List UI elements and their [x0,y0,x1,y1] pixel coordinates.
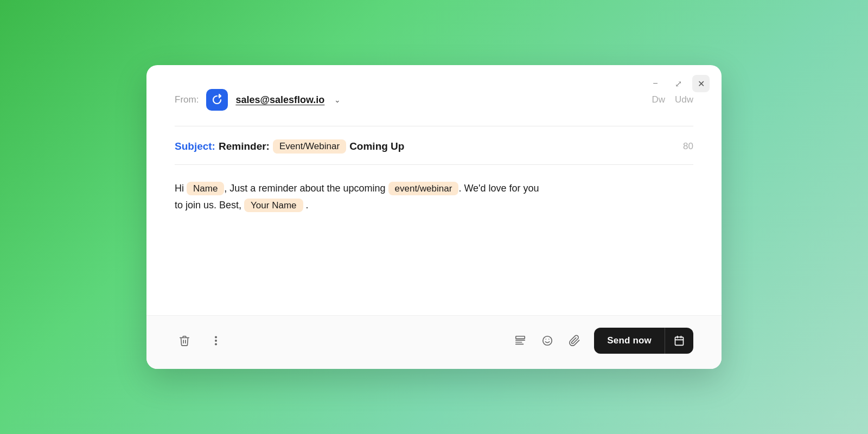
email-body[interactable]: Hi Name, Just a reminder about the upcom… [175,180,693,214]
dw-label: Dw [652,94,665,105]
from-dropdown-arrow[interactable]: ⌄ [334,95,341,104]
sender-logo-icon [206,89,228,111]
udw-label: Udw [675,94,693,105]
name-tag: Name [187,182,224,195]
char-count: 80 [683,141,693,152]
send-now-label: Send now [594,328,665,354]
subject-row: Subject: Reminder: Event/Webinar Coming … [175,139,693,159]
event-tag: event/webinar [388,182,459,195]
subject-label: Subject: [175,141,215,152]
email-compose-modal: − ⤢ ✕ From: sales@salesflow.io ⌄ Dw Udw [146,65,722,369]
modal-body: From: sales@salesflow.io ⌄ Dw Udw Subjec… [146,65,722,293]
period: . [303,200,309,210]
send-now-button[interactable]: Send now [594,328,693,354]
your-name-tag: Your Name [244,199,303,212]
expand-button[interactable]: ⤢ [669,75,687,92]
template-button[interactable] [510,331,530,350]
trash-button[interactable] [175,331,194,350]
svg-rect-10 [675,337,684,345]
subject-divider [175,164,693,165]
more-options-button[interactable] [206,331,226,350]
subject-text-before: Reminder: [219,141,270,152]
from-label: From: [175,94,199,105]
minimize-button[interactable]: − [647,75,664,92]
svg-point-1 [215,340,217,342]
from-left: From: sales@salesflow.io ⌄ [175,89,341,111]
window-controls: − ⤢ ✕ [647,75,710,92]
subject-event-tag: Event/Webinar [273,139,346,154]
emoji-button[interactable] [538,331,557,350]
footer-icon-group [510,331,584,350]
close-button[interactable]: ✕ [692,75,710,92]
from-row: From: sales@salesflow.io ⌄ Dw Udw [175,89,693,126]
svg-rect-3 [516,336,525,339]
middle-text: , Just a reminder about the upcoming [224,183,388,194]
from-divider [175,126,693,126]
calendar-button[interactable] [665,328,693,354]
modal-footer: Send now [146,315,722,369]
footer-left [175,331,226,350]
subject-content: Subject: Reminder: Event/Webinar Coming … [175,139,404,154]
greeting-text: Hi [175,183,187,194]
svg-point-7 [543,336,552,346]
footer-right: Send now [510,328,693,354]
from-right: Dw Udw [652,94,693,105]
subject-text-after: Coming Up [349,141,404,152]
sender-email[interactable]: sales@salesflow.io [235,94,324,106]
svg-point-0 [215,336,217,339]
attach-button[interactable] [565,331,584,350]
svg-point-2 [215,343,217,345]
